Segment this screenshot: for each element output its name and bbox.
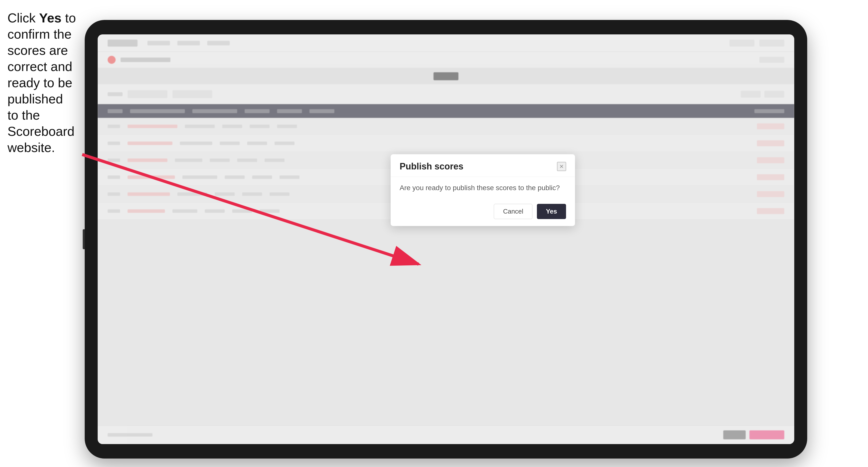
tablet-side-button <box>83 229 85 249</box>
dialog-title: Publish scores <box>400 161 463 172</box>
publish-dialog: Publish scores × Are you ready to publis… <box>391 154 575 226</box>
instruction-suffix: to confirm the scores are correct and re… <box>7 11 76 155</box>
tablet-screen: Publish scores × Are you ready to publis… <box>98 34 794 444</box>
dialog-header: Publish scores × <box>391 154 575 177</box>
modal-overlay: Publish scores × Are you ready to publis… <box>98 34 794 444</box>
cancel-button[interactable]: Cancel <box>494 204 532 219</box>
yes-button[interactable]: Yes <box>537 204 566 219</box>
dialog-close-button[interactable]: × <box>557 162 566 171</box>
dialog-message: Are you ready to publish these scores to… <box>400 184 560 192</box>
tablet-shell: Publish scores × Are you ready to publis… <box>85 20 807 459</box>
instruction-bold: Yes <box>39 11 62 25</box>
instruction-text: Click Yes to confirm the scores are corr… <box>7 10 77 156</box>
instruction-prefix: Click <box>7 11 39 25</box>
dialog-footer: Cancel Yes <box>391 199 575 226</box>
dialog-body: Are you ready to publish these scores to… <box>391 177 575 199</box>
